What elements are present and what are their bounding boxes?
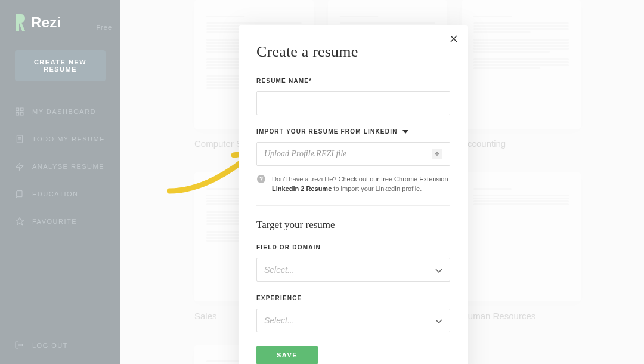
divider xyxy=(256,205,450,206)
resume-name-label: RESUME NAME* xyxy=(256,78,450,84)
experience-select[interactable]: Select... xyxy=(256,309,450,332)
linkedin-help-text: ? Don't have a .rezi file? Check out our… xyxy=(256,174,450,193)
upload-icon xyxy=(432,149,442,159)
field-domain-select[interactable]: Select... xyxy=(256,258,450,282)
field-domain-label: FIELD OR DOMAIN xyxy=(256,244,450,251)
close-button[interactable] xyxy=(449,34,459,44)
close-icon xyxy=(450,35,457,42)
chevron-down-icon xyxy=(435,265,442,274)
save-button[interactable]: SAVE xyxy=(256,346,318,364)
svg-text:?: ? xyxy=(259,176,263,183)
chevron-down-icon xyxy=(435,316,442,325)
upload-rezi-file-button[interactable]: Upload Profile.REZI file xyxy=(256,142,450,166)
import-linkedin-label: IMPORT YOUR RESUME FROM LINKEDIN xyxy=(256,128,450,135)
caret-down-icon xyxy=(402,128,408,135)
create-resume-modal: Create a resume RESUME NAME* IMPORT YOUR… xyxy=(239,25,468,364)
select-placeholder: Select... xyxy=(264,265,295,274)
svg-marker-13 xyxy=(402,130,408,134)
experience-label: EXPERIENCE xyxy=(256,295,450,301)
select-placeholder: Select... xyxy=(264,316,295,325)
upload-placeholder: Upload Profile.REZI file xyxy=(264,149,346,159)
chrome-extension-link[interactable]: Linkedin 2 Resume xyxy=(272,185,332,192)
help-icon: ? xyxy=(256,174,267,185)
resume-name-input[interactable] xyxy=(256,91,450,115)
target-section-title: Target your resume xyxy=(256,219,450,231)
help-text-content: Don't have a .rezi file? Check out our f… xyxy=(272,174,450,193)
import-linkedin-label-text: IMPORT YOUR RESUME FROM LINKEDIN xyxy=(256,128,398,135)
modal-title: Create a resume xyxy=(256,43,450,61)
